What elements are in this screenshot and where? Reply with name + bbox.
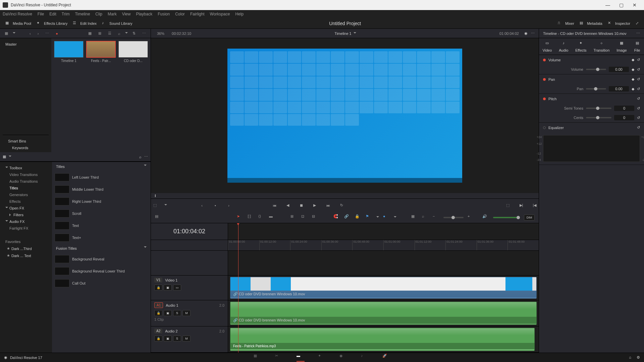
menu-trim[interactable]: Trim (62, 12, 70, 16)
insert-tool[interactable]: ⊞ (290, 214, 297, 221)
play-button[interactable]: ▶ (311, 201, 319, 209)
fx-fairlight[interactable]: Fairlight FX (3, 225, 49, 232)
fx-filters[interactable]: Filters (3, 212, 49, 218)
minimize-button[interactable]: — (601, 0, 614, 10)
pool-layout-icon[interactable]: ▦ (3, 31, 10, 36)
next-edit-icon[interactable]: › (225, 201, 233, 209)
media-pool-toggle[interactable]: ▦Media Pool (3, 19, 34, 27)
auto-select-icon[interactable]: ▣ (164, 310, 172, 316)
keyframe-icon[interactable]: ◆ (632, 58, 634, 62)
reset-icon[interactable]: ↺ (637, 77, 640, 81)
semitones-slider[interactable] (586, 108, 611, 109)
mute-button[interactable]: M (182, 336, 191, 342)
cut-page-tab[interactable]: ✂ (275, 354, 283, 362)
menu-view[interactable]: View (122, 12, 131, 16)
lock-icon[interactable]: 🔒 (154, 310, 162, 316)
empty-track-area[interactable] (228, 251, 539, 276)
fusion-titles-header[interactable]: Fusion Titles (52, 244, 151, 253)
menu-playback[interactable]: Playback (136, 12, 152, 16)
title-item[interactable]: Left Lower Third (52, 171, 151, 183)
search-icon[interactable]: ⌕ (422, 214, 429, 221)
audio-clip[interactable]: Feels - Patrick Patrikios.mp3 (230, 328, 535, 351)
inspector-tab-audio[interactable]: ♪Audio (559, 41, 568, 52)
home-icon[interactable]: ⌂ (629, 355, 631, 360)
semitones-value[interactable]: 0 (614, 106, 634, 111)
fx-audiofx[interactable]: Audio FX (3, 218, 49, 225)
reset-icon[interactable]: ↺ (637, 116, 640, 120)
viewer-scrubber[interactable] (151, 193, 539, 198)
audio-track[interactable]: Feels - Patrick Patrikios.mp3 (228, 326, 539, 353)
reset-icon[interactable]: ↺ (637, 58, 640, 62)
sound-library-toggle[interactable]: ♪Sound Library (99, 19, 135, 27)
loop-button[interactable]: ↻ (337, 201, 345, 209)
mute-button[interactable]: M (182, 310, 191, 316)
bin-master[interactable]: Master (3, 41, 49, 48)
playhead[interactable] (238, 223, 238, 353)
pan-section[interactable]: Pan◆↺ (539, 74, 644, 84)
chevron-down-icon[interactable] (125, 32, 128, 35)
volume-slider[interactable] (493, 217, 520, 218)
timeline-ruler[interactable]: 01:00:00:00 01:00:12:00 01:00:24:00 01:0… (228, 240, 539, 251)
in-out-icon[interactable]: ⬚ (151, 201, 159, 209)
smart-bins-header[interactable]: Smart Bins (5, 138, 46, 144)
media-page-tab[interactable]: ▦ (254, 354, 262, 362)
sort-icon[interactable]: ⇅ (130, 31, 138, 36)
fx-audio-transitions[interactable]: Audio Transitions (3, 178, 49, 185)
mixer-toggle[interactable]: ⎍Mixer (555, 19, 577, 27)
trim-tool[interactable]: ⟦⟧ (248, 214, 254, 221)
settings-icon[interactable]: ⚙ (637, 355, 640, 360)
pitch-section[interactable]: Pitch↺ (539, 94, 644, 104)
title-item[interactable]: Call Out (52, 277, 151, 289)
title-item[interactable]: Middle Lower Third (52, 183, 151, 195)
clip-item[interactable]: Feels - Patr... (86, 41, 116, 63)
fx-fav-item[interactable]: ★ Dark ... Text (3, 252, 49, 259)
volume-slider[interactable] (586, 69, 606, 70)
menu-clip[interactable]: Clip (95, 12, 102, 16)
cents-slider[interactable] (586, 117, 611, 118)
bin-keywords[interactable]: Keywords (5, 144, 46, 151)
replace-tool[interactable]: ⊟ (312, 214, 319, 221)
clip-item[interactable]: Timeline 1 (54, 41, 84, 63)
auto-select-icon[interactable]: ▣ (164, 285, 172, 291)
expand-button[interactable]: ⤢ (633, 20, 641, 27)
index-icon[interactable]: ▦ (411, 214, 418, 221)
audio-clip[interactable]: 🔗 CD oder DVD brennen Windows 10.mov (230, 302, 537, 325)
lock-icon[interactable]: 🔒 (154, 285, 162, 291)
match-frame-icon[interactable]: ⬚ (504, 201, 512, 209)
menu-mark[interactable]: Mark (108, 12, 117, 16)
prev-edit-icon[interactable]: ‹ (198, 201, 206, 209)
menu-fusion[interactable]: Fusion (158, 12, 170, 16)
eq-graph[interactable]: +24 +12 -12 -24 +24 -24 (543, 135, 640, 162)
chevron-down-icon[interactable] (13, 32, 15, 35)
search-icon[interactable]: ⌕ (116, 31, 122, 36)
pan-value[interactable]: 0.00 (609, 86, 629, 92)
equalizer-section[interactable]: Equalizer↺ (539, 123, 644, 132)
metadata-toggle[interactable]: ▤Metadata (577, 19, 605, 27)
zoom-in-icon[interactable]: + (468, 214, 474, 221)
menu-color[interactable]: Color (175, 12, 185, 16)
chevron-down-icon[interactable] (354, 32, 356, 35)
next-clip-icon[interactable]: ▶| (517, 201, 525, 209)
program-viewer[interactable] (151, 38, 539, 193)
prev-clip-icon[interactable]: |◀ (531, 201, 539, 209)
title-item[interactable]: Background Reveal Lower Third (52, 265, 151, 277)
reset-icon[interactable]: ↺ (637, 125, 640, 130)
audio-track[interactable]: 🔗 CD oder DVD brennen Windows 10.mov (228, 300, 539, 326)
chevron-down-icon[interactable] (164, 204, 167, 207)
inspector-tab-file[interactable]: ▤File (634, 41, 641, 52)
deliver-page-tab[interactable]: 🚀 (382, 354, 390, 362)
dim-button[interactable]: DIM (524, 215, 535, 221)
stop-button[interactable]: ◼ (297, 201, 305, 209)
disable-icon[interactable]: ▭ (173, 285, 181, 291)
reset-icon[interactable]: ↺ (637, 87, 640, 91)
timeline-view-icon[interactable]: ▤ (155, 214, 162, 221)
snap-toggle[interactable]: 🧲 (333, 214, 340, 221)
fx-fav-item[interactable]: ★ Dark ...Third (3, 245, 49, 252)
inspector-tab-video[interactable]: ▭Video (542, 41, 552, 52)
keyframe-icon[interactable]: ◆ (632, 67, 634, 72)
clip-item[interactable]: CD oder D... (118, 41, 148, 63)
title-item[interactable]: Text+ (52, 232, 151, 244)
inspector-tab-image[interactable]: ▦Image (616, 41, 627, 52)
nav-fwd[interactable]: › (36, 31, 41, 36)
title-item[interactable]: Text (52, 220, 151, 232)
